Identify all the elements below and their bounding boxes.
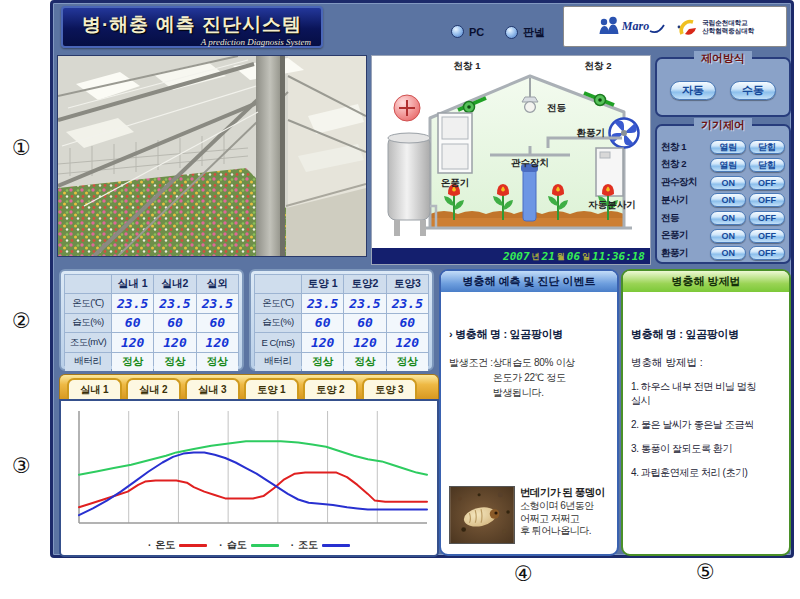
tab-soil-2[interactable]: 토양 2 [303, 378, 358, 400]
skylight2-open-button[interactable]: 열림 [710, 158, 746, 172]
col-header: 실내 1 [112, 275, 153, 293]
label-light: 전등 [547, 102, 567, 113]
insect-line: 소형이며 6년동안 [520, 500, 605, 513]
device-label: 전등 [661, 212, 707, 225]
sensor-value: 60 [302, 314, 343, 332]
sensor-value: 120 [154, 333, 195, 351]
skylight1-open-button[interactable]: 열림 [710, 140, 746, 154]
main-panel: 병·해충 예측 진단시스템 A prediction Diagnosis Sys… [50, 0, 794, 558]
col-header: 토양3 [387, 275, 428, 293]
radio-panel-label: 판넬 [523, 25, 545, 40]
row-header: 온도(℃) [255, 294, 301, 312]
battery-status: 정상 [197, 353, 238, 371]
sensor-line-chart [63, 403, 435, 535]
row-header: 온도(℃) [65, 294, 111, 312]
app-title-box: 병·해충 예측 진단시스템 A prediction Diagnosis Sys… [61, 6, 323, 48]
sensor-value: 60 [344, 314, 385, 332]
event-condition-line: 발생됩니다. [493, 386, 575, 400]
skylight1-close-button[interactable]: 닫힘 [749, 140, 785, 154]
row-header: E C(mS) [255, 333, 301, 351]
radio-pc-label: PC [469, 26, 484, 38]
sprayer-off-button[interactable]: OFF [749, 193, 785, 207]
fan-off-button[interactable]: OFF [749, 246, 785, 260]
legend-bullet: · [219, 540, 222, 551]
legend-bullet: · [148, 540, 151, 551]
event-condition-label: 발생조건 : [449, 356, 493, 401]
radio-pc[interactable]: PC [451, 25, 484, 38]
legend-temp: · 온도 [148, 538, 207, 552]
event-condition: 발생조건 : 상대습도 80% 이상 온도가 22℃ 정도 발생됩니다. [449, 356, 609, 401]
table-corner [65, 275, 111, 293]
sensor-value: 23.5 [112, 294, 153, 312]
control-method-box: 제어방식 자동 수동 [655, 57, 791, 117]
legend-light-swatch [322, 544, 350, 547]
method-panel-title: 병충해 방제법 [623, 271, 789, 292]
irrigation-off-button[interactable]: OFF [749, 176, 785, 190]
tab-soil-3[interactable]: 토양 3 [362, 378, 417, 400]
sensor-value: 60 [197, 314, 238, 332]
sensor-value: 120 [197, 333, 238, 351]
sensor-value: 120 [302, 333, 343, 351]
legend-temp-swatch [179, 544, 207, 547]
tab-indoor-3[interactable]: 실내 3 [185, 378, 240, 400]
irrigation-on-button[interactable]: ON [710, 176, 746, 190]
app-title: 병·해충 예측 진단시스템 [63, 12, 321, 38]
legend-temp-label: 온도 [155, 538, 175, 552]
heater-off-button[interactable]: OFF [749, 229, 785, 243]
legend-light-label: 조도 [298, 538, 318, 552]
legend-bullet: · [291, 540, 294, 551]
device-row-sprayer: 분사기 ON OFF [661, 192, 785, 209]
col-header: 토양2 [344, 275, 385, 293]
battery-status: 정상 [387, 353, 428, 371]
tab-soil-1[interactable]: 토양 1 [244, 378, 299, 400]
table-corner [255, 275, 301, 293]
webcam-view [57, 55, 367, 257]
fan-on-button[interactable]: ON [710, 246, 746, 260]
greenhouse-schematic: 천창 1 천창 2 전등 환풍기 온풍기 관수장치 자동분사기 [372, 56, 650, 248]
annotation-1: ① [12, 136, 31, 160]
legend-humidity: · 습도 [219, 538, 278, 552]
device-row-heater: 온풍기 ON OFF [661, 227, 785, 244]
skylight2-close-button[interactable]: 닫힘 [749, 158, 785, 172]
clock-day-suffix: 일 [582, 251, 590, 262]
battery-status: 정상 [112, 353, 153, 371]
control-method-title: 제어방식 [694, 51, 752, 66]
light-off-button[interactable]: OFF [749, 211, 785, 225]
col-header: 토양 1 [302, 275, 343, 293]
sprayer-on-button[interactable]: ON [710, 193, 746, 207]
device-row-light: 전등 ON OFF [661, 210, 785, 227]
sensor-value: 23.5 [197, 294, 238, 312]
app-subtitle: A prediction Diagnosis System [63, 37, 321, 47]
sensor-value: 23.5 [154, 294, 195, 312]
logo-box: Maro 국립순천대학교 산학협력중심대학 [563, 6, 787, 47]
page: ① ② ③ ④ ⑤ 병·해충 예측 진단시스템 A prediction Dia… [0, 0, 800, 599]
insect-photo [449, 486, 515, 544]
radio-icon[interactable] [451, 25, 464, 38]
radio-panel[interactable]: 판넬 [505, 25, 545, 40]
battery-status: 정상 [344, 353, 385, 371]
sensor-value: 120 [344, 333, 385, 351]
label-skylight2: 천창 2 [585, 60, 612, 71]
device-label: 온풍기 [661, 229, 707, 242]
university-logo: 국립순천대학교 산학협력중심대학 [675, 15, 754, 39]
manual-button[interactable]: 수동 [730, 81, 776, 100]
insect-line: 어쩌고 저쩌고 [520, 513, 605, 526]
legend-light: · 조도 [291, 538, 350, 552]
greenhouse-photo [58, 56, 366, 256]
tab-indoor-2[interactable]: 실내 2 [126, 378, 181, 400]
row-header: 조도(mV) [65, 333, 111, 351]
heater-on-button[interactable]: ON [710, 229, 746, 243]
chart-legend: · 온도 · 습도 · 조도 [61, 538, 437, 552]
tab-indoor-1[interactable]: 실내 1 [67, 378, 122, 400]
radio-icon[interactable] [505, 26, 518, 39]
device-row-irrigation: 관수장치 ON OFF [661, 174, 785, 191]
auto-button[interactable]: 자동 [670, 81, 716, 100]
light-on-button[interactable]: ON [710, 211, 746, 225]
row-header: 습도(%) [65, 314, 111, 332]
header: 병·해충 예측 진단시스템 A prediction Diagnosis Sys… [53, 3, 791, 52]
clock-day: 06 [567, 250, 580, 263]
row-header: 배터리 [255, 353, 301, 371]
sensor-value: 23.5 [344, 294, 385, 312]
chart-panel: 실내 1 실내 2 실내 3 토양 1 토양 2 토양 3 · 온도 · [59, 374, 439, 557]
sensor-value: 60 [112, 314, 153, 332]
